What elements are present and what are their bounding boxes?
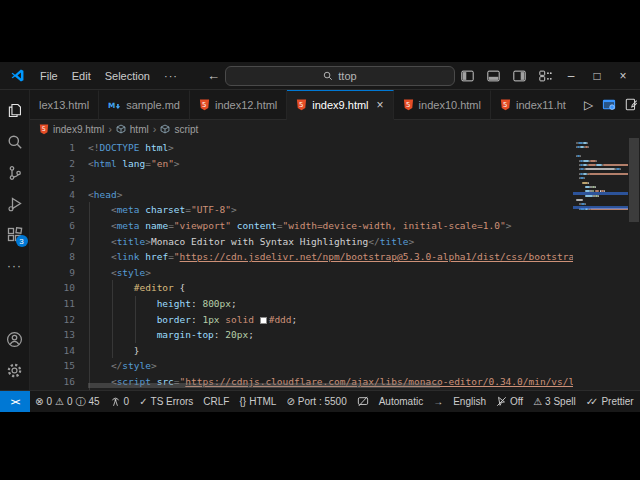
horizontal-scrollbar[interactable]: [88, 383, 440, 388]
editor-actions: ▷ ···: [575, 90, 640, 120]
line-number[interactable]: 1: [30, 140, 88, 156]
display-language-status[interactable]: English: [448, 396, 491, 407]
ports-status[interactable]: 0: [105, 396, 135, 407]
line-number[interactable]: 15: [30, 358, 88, 374]
vertical-scrollbar[interactable]: [628, 138, 640, 390]
line-number[interactable]: 5: [30, 202, 88, 218]
line-text: <meta charset="UTF-8">: [88, 202, 573, 218]
code-line[interactable]: 13 margin-top: 20px;: [30, 327, 573, 343]
line-number[interactable]: 3: [30, 171, 88, 187]
open-changes-icon[interactable]: [625, 98, 638, 111]
remote-indicator[interactable]: ><: [0, 391, 30, 412]
vscode-window: File Edit Selection ··· ← → ttop: [0, 62, 640, 412]
tab-index13[interactable]: lex13.html: [30, 90, 99, 120]
pointer-off-status[interactable]: Off: [491, 396, 528, 407]
code-token: meta: [117, 204, 140, 215]
tab-index11[interactable]: 5 index11.ht: [491, 90, 575, 120]
line-number[interactable]: 9: [30, 265, 88, 281]
code-viewport[interactable]: 1<!DOCTYPE html>2<html lang="en">34<head…: [30, 138, 573, 390]
code-line[interactable]: 4<head>: [30, 187, 573, 203]
color-swatch[interactable]: [260, 317, 267, 324]
code-line[interactable]: 11 height: 800px;: [30, 296, 573, 312]
nav-back-button[interactable]: ←: [207, 68, 220, 83]
source-control-icon[interactable]: [0, 157, 30, 188]
code-token: Monaco Editor with Syntax Highlighting: [151, 236, 368, 247]
run-debug-icon[interactable]: [0, 188, 30, 219]
screencast-off-status[interactable]: [352, 396, 374, 407]
maximize-button[interactable]: □: [586, 66, 608, 86]
menubar-overflow-button[interactable]: ···: [157, 66, 185, 86]
code-line[interactable]: 14 }: [30, 343, 573, 359]
code-line[interactable]: 15 </style>: [30, 358, 573, 374]
line-number[interactable]: 14: [30, 343, 88, 359]
prettier-status[interactable]: ✓✓ Prettier: [581, 396, 639, 407]
line-number[interactable]: 2: [30, 156, 88, 172]
search-sidebar-icon[interactable]: [0, 126, 30, 157]
breadcrumb-node-html[interactable]: html: [130, 124, 149, 135]
line-number[interactable]: 8: [30, 249, 88, 265]
line-number[interactable]: 13: [30, 327, 88, 343]
toggle-panel-button[interactable]: [482, 66, 504, 86]
line-number[interactable]: 16: [30, 374, 88, 390]
port-status[interactable]: ⊘ Port : 5500: [281, 396, 351, 407]
tab-index10[interactable]: 5 index10.html: [394, 90, 491, 120]
tab-sample-md[interactable]: M sample.md: [99, 90, 190, 120]
code-token: }: [88, 345, 139, 356]
tab-index9-active[interactable]: 5 index9.html ×: [287, 90, 393, 120]
code-token: :: [214, 329, 225, 340]
run-file-button[interactable]: ▷: [584, 98, 593, 112]
settings-gear-icon[interactable]: [0, 355, 30, 386]
tab-index12[interactable]: 5 index12.html: [190, 90, 287, 120]
language-mode-status[interactable]: {} HTML: [234, 396, 281, 407]
code-line[interactable]: 7 <title>Monaco Editor with Syntax Highl…: [30, 234, 573, 250]
detect-language-status[interactable]: Automatic: [374, 396, 428, 407]
minimap[interactable]: [573, 138, 628, 390]
code-line[interactable]: 6 <meta name="viewport" content="width=d…: [30, 218, 573, 234]
svg-text:5: 5: [299, 101, 303, 109]
vertical-scrollbar-slider[interactable]: [629, 138, 639, 222]
command-center-search[interactable]: ttop: [225, 66, 455, 86]
toggle-sidebar-right-button[interactable]: [508, 66, 530, 86]
problems-status[interactable]: ⊗ 0 ⚠ 0 ⓘ 45: [30, 395, 105, 409]
svg-text:5: 5: [42, 125, 46, 132]
code-line[interactable]: 3: [30, 171, 573, 187]
warning-icon: ⚠: [533, 396, 542, 407]
code-line[interactable]: 9 <style>: [30, 265, 573, 281]
line-number[interactable]: 6: [30, 218, 88, 234]
code-line[interactable]: 12 border: 1px solid #ddd;: [30, 312, 573, 328]
spell-checker-status[interactable]: ⚠ 3 Spell: [528, 396, 581, 407]
code-token: [88, 236, 111, 247]
eol-status[interactable]: CRLF: [198, 396, 234, 407]
breadcrumb-file[interactable]: index9.html: [53, 124, 104, 135]
code-line[interactable]: 2<html lang="en">: [30, 156, 573, 172]
customize-layout-button[interactable]: [534, 66, 556, 86]
double-check-icon: ✓✓: [586, 396, 599, 407]
menu-file[interactable]: File: [33, 66, 65, 86]
tab-close-button[interactable]: ×: [377, 99, 384, 111]
toggle-sidebar-left-button[interactable]: [456, 66, 478, 86]
breadcrumb-node-script[interactable]: script: [174, 124, 198, 135]
close-window-button[interactable]: ×: [612, 66, 634, 86]
accounts-icon[interactable]: [0, 324, 30, 355]
line-number[interactable]: 4: [30, 187, 88, 203]
code-token: title: [117, 236, 146, 247]
code-line[interactable]: 5 <meta charset="UTF-8">: [30, 202, 573, 218]
menu-selection[interactable]: Selection: [98, 66, 157, 86]
line-number[interactable]: 12: [30, 312, 88, 328]
code-line[interactable]: 8 <link href="https://cdn.jsdelivr.net/n…: [30, 249, 573, 265]
line-number[interactable]: 7: [30, 234, 88, 250]
activity-bar-more-button[interactable]: ···: [0, 250, 30, 281]
ts-errors-status[interactable]: ✓ TS Errors: [134, 396, 198, 407]
menu-edit[interactable]: Edit: [65, 66, 98, 86]
minimize-button[interactable]: –: [560, 66, 582, 86]
indent-guide: [89, 296, 90, 312]
code-line[interactable]: 1<!DOCTYPE html>: [30, 140, 573, 156]
line-number[interactable]: 11: [30, 296, 88, 312]
arrow-status[interactable]: →: [428, 396, 448, 407]
extensions-icon[interactable]: 3: [0, 219, 30, 250]
explorer-icon[interactable]: [0, 95, 30, 126]
line-number[interactable]: 10: [30, 280, 88, 296]
code-line[interactable]: 10 #editor {: [30, 280, 573, 296]
open-preview-icon[interactable]: [602, 98, 616, 111]
code-token: <!: [88, 142, 99, 153]
